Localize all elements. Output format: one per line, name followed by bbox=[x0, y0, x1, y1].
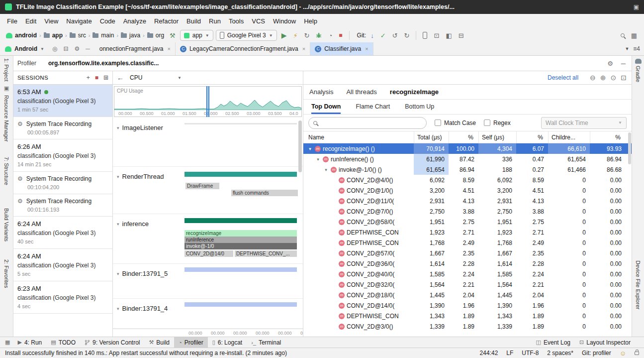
trace-span-flush-commands[interactable]: flush commands bbox=[231, 190, 298, 196]
tab-recognizeimage[interactable]: recognizeImage bbox=[390, 88, 439, 96]
recording-item[interactable]: ⚙System Trace Recording00:10:04.200 bbox=[13, 172, 112, 194]
screen-capture-icon[interactable]: ◧ bbox=[444, 30, 454, 41]
new-session-icon[interactable]: + bbox=[87, 74, 90, 81]
menu-item-view[interactable]: View bbox=[40, 16, 62, 26]
breadcrumb-item-app[interactable]: app bbox=[43, 32, 64, 39]
collapse-all-icon[interactable]: ⊟ bbox=[60, 42, 71, 55]
menu-item-help[interactable]: Help bbox=[300, 16, 321, 26]
status-widget-utf-8[interactable]: UTF-8 bbox=[522, 350, 539, 357]
breadcrumb-item-org[interactable]: org bbox=[146, 32, 165, 39]
thread-row-inference[interactable]: ▾inferencerecognizeImagerunInferenceinvo… bbox=[113, 214, 303, 264]
apply-code-changes-button[interactable]: ↻ bbox=[302, 30, 312, 41]
status-widget-244-42[interactable]: 244:42 bbox=[480, 350, 498, 357]
status-widget-2-spaces[interactable]: 2 spaces* bbox=[547, 350, 573, 357]
tool-stripe-resource-manager[interactable]: Resource Manager bbox=[3, 95, 9, 142]
session-item[interactable]: 6:26 AMclassification (Google Pixel 3)14… bbox=[13, 139, 112, 172]
selection-range-marker[interactable] bbox=[206, 86, 209, 117]
tool-stripe-device-file-explorer[interactable]: Device File Explorer bbox=[635, 260, 641, 309]
status-widget-lf[interactable]: LF bbox=[506, 350, 513, 357]
table-row-conv-2d-11-0[interactable]: mCONV_2D@11/0(2,9314.132,9314.1300.00 bbox=[303, 196, 632, 206]
session-item[interactable]: 6:24 AMclassification (Google Pixel 3)5 … bbox=[13, 249, 112, 281]
trace-span-runinference[interactable]: runInference bbox=[184, 237, 297, 243]
run-button[interactable]: ▶ bbox=[279, 30, 289, 41]
zoom-in-icon[interactable]: ⊕ bbox=[600, 74, 606, 82]
clock-mode-select[interactable]: Wall Clock Time ▼ bbox=[541, 117, 627, 129]
tab-analysis[interactable]: Analysis bbox=[309, 88, 333, 96]
table-row-conv-2d-14-0[interactable]: mCONV_2D@14/0(1,3901.961,3901.9600.00 bbox=[303, 300, 632, 311]
run-config-select[interactable]: app ▼ bbox=[180, 30, 213, 41]
trace-span[interactable] bbox=[184, 302, 297, 307]
menu-item-window[interactable]: Window bbox=[269, 16, 300, 26]
hide-icon[interactable]: ─ bbox=[621, 60, 626, 67]
thread-row-binder-13791-5[interactable]: ▾Binder:13791_5 bbox=[113, 264, 303, 299]
tool-window-button-4-run[interactable]: ▶4: Run bbox=[13, 337, 46, 348]
tool-window-switcher-icon[interactable]: ▦ bbox=[2, 339, 13, 346]
menu-item-file[interactable]: File bbox=[3, 16, 21, 26]
subtab-top-down[interactable]: Top Down bbox=[311, 100, 341, 114]
tab-all-threads[interactable]: All threads bbox=[346, 88, 376, 96]
column-header-self-s[interactable]: Self (μs) bbox=[478, 131, 516, 143]
thread-row-binder-13791-4[interactable]: ▾Binder:13791_4 bbox=[113, 299, 303, 329]
reset-zoom-icon[interactable]: ⊙ bbox=[611, 74, 617, 82]
collapse-arrow-icon[interactable]: ▾ bbox=[117, 222, 119, 227]
column-header-[interactable]: % bbox=[590, 131, 626, 143]
profile-avatar-icon[interactable]: ▦ bbox=[629, 30, 639, 41]
stop-button[interactable]: ■ bbox=[337, 30, 344, 41]
editor-tab-onnectionfragment-java[interactable]: onnectionFragment.java× bbox=[95, 42, 176, 55]
status-widget-git-profiler[interactable]: Git: profiler bbox=[582, 350, 611, 357]
expand-arrow-icon[interactable]: ▾ bbox=[323, 167, 329, 172]
tool-stripe-gradle[interactable]: Gradle bbox=[635, 66, 641, 82]
column-header-[interactable]: % bbox=[449, 131, 478, 143]
expand-panel-icon[interactable]: ⊞ bbox=[103, 74, 108, 81]
deselect-all-link[interactable]: Deselect all bbox=[548, 74, 578, 81]
cpu-usage-chart-box[interactable]: CPU Usage 00.00000.50001.00001.50002.000… bbox=[114, 86, 302, 117]
project-view-selector[interactable]: Android ▼ bbox=[0, 42, 49, 55]
lock-icon[interactable] bbox=[635, 352, 639, 355]
thread-row-renderthread[interactable]: ▾RenderThreadDrawFrameflush commands bbox=[113, 167, 303, 214]
trace-span-conv-2d-14-0[interactable]: CONV_2D@14/0 bbox=[184, 250, 233, 257]
window-controls-icon[interactable]: ▣ bbox=[634, 3, 639, 10]
table-row-conv-2d-18-0[interactable]: mCONV_2D@18/0(1,4452.041,4452.0400.00 bbox=[303, 290, 632, 300]
git-update-button[interactable]: ↓ bbox=[368, 30, 376, 41]
tool-window-button-profiler[interactable]: ◔Profiler bbox=[174, 337, 208, 348]
git-commit-button[interactable]: ✓ bbox=[378, 30, 388, 41]
expand-arrow-icon[interactable]: ▾ bbox=[315, 157, 321, 162]
bookmark-icon[interactable]: ▣ bbox=[4, 85, 9, 92]
tool-window-button-event-log[interactable]: ◫Event Log bbox=[532, 337, 575, 348]
close-tab-icon[interactable]: × bbox=[365, 46, 368, 52]
breadcrumb-item-android[interactable]: android bbox=[5, 32, 38, 39]
git-history-button[interactable]: ↺ bbox=[390, 30, 400, 41]
tool-window-button-todo[interactable]: ▤TODO bbox=[46, 337, 80, 348]
tool-stripe-build-variants[interactable]: Build Variants bbox=[3, 208, 9, 241]
subtab-flame-chart[interactable]: Flame Chart bbox=[356, 100, 390, 114]
table-row-depthwise-con[interactable]: mDEPTHWISE_CON1,9232.711,9232.7100.00 bbox=[303, 227, 632, 238]
regex-checkbox[interactable]: Regex bbox=[484, 119, 511, 126]
search-everywhere-icon[interactable] bbox=[619, 30, 627, 41]
apply-changes-button[interactable]: ⚡ bbox=[291, 30, 299, 41]
search-box[interactable] bbox=[308, 117, 427, 129]
match-case-checkbox[interactable]: Match Case bbox=[435, 119, 476, 126]
menu-item-refactor[interactable]: Refactor bbox=[150, 16, 183, 26]
recording-item[interactable]: ⚙System Trace Recording00:01:16.193 bbox=[13, 194, 112, 217]
table-row-conv-2d-36-0[interactable]: mCONV_2D@36/0(1,6142.281,6142.2800.00 bbox=[303, 258, 632, 269]
table-row-depthwise-con[interactable]: mDEPTHWISE_CON1,3431.891,3431.8900.00 bbox=[303, 311, 632, 321]
feedback-smiley-icon[interactable]: ☺ bbox=[620, 350, 626, 357]
device-select[interactable]: Google Pixel 3 ▼ bbox=[216, 30, 277, 41]
tool-window-button-layout-inspector[interactable]: ⊡Layout Inspector bbox=[575, 337, 635, 348]
thread-row-imagelistener[interactable]: ▾ImageListener bbox=[113, 118, 303, 167]
sync-project-icon[interactable]: ⊟ bbox=[457, 30, 466, 41]
table-scrollbar[interactable] bbox=[628, 132, 631, 164]
timeline-scrollbar[interactable] bbox=[298, 120, 302, 172]
close-tab-icon[interactable]: × bbox=[302, 46, 305, 52]
status-message[interactable]: Install successfully finished in 140 ms.… bbox=[5, 350, 287, 357]
menu-item-code[interactable]: Code bbox=[96, 16, 119, 26]
collapse-arrow-icon[interactable]: ▾ bbox=[117, 174, 119, 179]
tool-window-button-build[interactable]: ⚒Build bbox=[144, 337, 174, 348]
menu-item-tools[interactable]: Tools bbox=[225, 16, 248, 26]
hidden-tabs-icon[interactable]: ▼ bbox=[625, 46, 629, 51]
session-item[interactable]: 6:23 AMclassification (Google Pixel 3)4 … bbox=[13, 281, 112, 314]
expand-arrow-icon[interactable]: ▾ bbox=[307, 146, 313, 151]
column-header-childre[interactable]: Childre... bbox=[548, 131, 590, 143]
breadcrumb-item-main[interactable]: main bbox=[92, 32, 115, 39]
zoom-to-selection-icon[interactable]: ⊡ bbox=[621, 74, 627, 82]
